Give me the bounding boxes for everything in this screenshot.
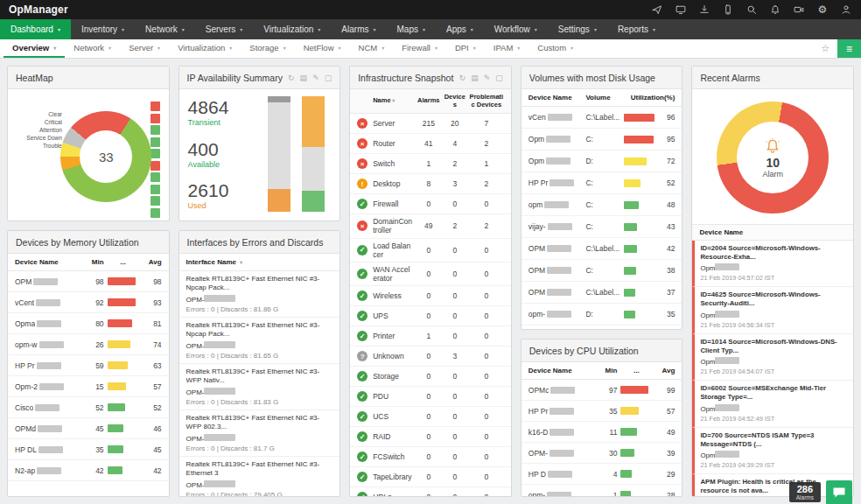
search-icon[interactable] (746, 4, 758, 16)
report-icon[interactable]: ▤ (300, 74, 308, 82)
phone-icon[interactable] (722, 4, 734, 16)
list-item[interactable]: Realtek RTL8139C+ Fast Ethernet NIC #3-W… (179, 410, 340, 457)
heatmap-cell[interactable] (150, 196, 160, 206)
table-row[interactable]: OPMC:38 (522, 260, 682, 282)
download-icon[interactable] (698, 4, 710, 16)
main-nav-tab-network[interactable]: Network▾ (135, 19, 195, 39)
gear-icon[interactable]: ⚙ (816, 4, 829, 16)
table-row[interactable]: opm-w2674 (8, 334, 169, 355)
table-row[interactable]: ✓URLs000 (350, 487, 511, 496)
main-nav-tab-alarms[interactable]: Alarms▾ (331, 19, 386, 39)
table-row[interactable]: vijay-C:43 (522, 216, 682, 238)
column-header[interactable]: Alarms (416, 97, 441, 105)
interfaces-column-header[interactable]: Interface Name ▾ (179, 254, 340, 271)
table-row[interactable]: Opma8081 (8, 313, 169, 334)
column-header[interactable]: Min (87, 258, 104, 266)
table-row[interactable]: HP Pr3557 (522, 401, 682, 422)
edit-icon[interactable]: ✎ (484, 74, 491, 82)
subnav-tab-network[interactable]: Network▾ (65, 39, 120, 58)
table-row[interactable]: ✓RAID000 (350, 427, 511, 447)
column-header[interactable]: Name ▾ (373, 97, 414, 105)
edit-icon[interactable]: ✎ (312, 74, 319, 82)
main-nav-tab-dashboard[interactable]: Dashboard▾ (0, 19, 71, 39)
subnav-tab-virtualization[interactable]: Virtualization▾ (169, 39, 241, 58)
heatmap-cell[interactable] (150, 161, 160, 171)
list-item[interactable]: Realtek RTL8139C+ Fast Ethernet NIC #3-N… (179, 271, 340, 318)
table-row[interactable]: ×Router4142 (350, 134, 511, 154)
table-row[interactable]: OPMd4546 (8, 418, 169, 439)
table-row[interactable]: OPMC:\Label...42 (522, 238, 682, 260)
table-row[interactable]: ✓PDU000 (350, 387, 511, 407)
heatmap-donut-chart[interactable]: 33 (60, 111, 151, 202)
table-row[interactable]: HP PrC:52 (522, 172, 682, 194)
main-nav-tab-virtualization[interactable]: Virtualization▾ (253, 19, 331, 39)
column-header[interactable]: Avg (655, 367, 675, 374)
column-header[interactable]: ... (620, 367, 652, 374)
expand-icon[interactable]: ▢ (325, 74, 332, 82)
table-row[interactable]: N2-ap4242 (8, 460, 169, 481)
main-nav-tab-workflow[interactable]: Workflow▾ (484, 19, 548, 39)
table-row[interactable]: ✓Wireless000 (350, 286, 511, 306)
table-row[interactable]: OPMC:\Label...37 (522, 282, 682, 304)
heatmap-cell[interactable] (150, 102, 160, 111)
main-nav-tab-maps[interactable]: Maps▾ (387, 19, 436, 39)
user-icon[interactable] (840, 4, 852, 16)
table-row[interactable]: k16-D1149 (522, 422, 682, 443)
column-header[interactable]: Min (599, 367, 617, 374)
table-row[interactable]: ✓Printer100 (350, 326, 511, 346)
table-row[interactable]: ✓WAN Accelerator000 (350, 262, 511, 286)
heatmap-cell[interactable] (150, 137, 160, 147)
list-item[interactable]: Realtek RTL8139C+ Fast Ethernet NIC #3-W… (179, 364, 340, 410)
screen-icon[interactable] (675, 4, 687, 16)
recent-alarms-donut-chart[interactable]: 10 Alarm (717, 102, 829, 214)
table-row[interactable]: ✓UCS000 (350, 407, 511, 427)
report-icon[interactable]: ▤ (471, 74, 479, 82)
column-header[interactable]: Problematic Devices (469, 94, 504, 108)
alarms-list-header[interactable]: Device Name (692, 224, 853, 241)
column-header[interactable]: Device Name (528, 367, 597, 374)
widget-menu-button[interactable]: ≡ (837, 39, 861, 58)
table-row[interactable]: opm-D:35 (522, 304, 682, 326)
expand-icon[interactable]: ▢ (495, 74, 503, 82)
subnav-tab-custom[interactable]: Custom▾ (528, 39, 582, 58)
subnav-tab-server[interactable]: Server▾ (120, 39, 169, 58)
refresh-icon[interactable]: ↻ (459, 74, 466, 82)
subnav-tab-netflow[interactable]: NetFlow▾ (295, 39, 350, 58)
heatmap-cell[interactable] (150, 125, 160, 135)
favorite-star-icon[interactable]: ☆ (813, 39, 837, 58)
alarm-list-item[interactable]: ID=1014 Source=Microsoft-Windows-DNS-Cli… (692, 334, 853, 381)
table-row[interactable]: ✓FCSwitch000 (350, 447, 511, 467)
main-nav-tab-settings[interactable]: Settings▾ (548, 19, 607, 39)
column-header[interactable]: Devices (444, 94, 466, 108)
heatmap-cell[interactable] (150, 114, 160, 123)
main-nav-tab-servers[interactable]: Servers▾ (195, 19, 253, 39)
subnav-tab-storage[interactable]: Storage▾ (241, 39, 294, 58)
subnav-tab-dpi[interactable]: DPI▾ (446, 39, 485, 58)
column-header[interactable]: Utilization(%) (624, 94, 675, 102)
table-row[interactable]: opmC:48 (522, 194, 682, 216)
table-row[interactable]: ×Server215207 (350, 114, 511, 134)
table-row[interactable]: opm-128 (522, 485, 682, 496)
table-row[interactable]: OPM9898 (8, 271, 169, 292)
alarm-list-item[interactable]: ID=6002 Source=MSExchange Mid-Tier Stora… (692, 381, 853, 427)
table-row[interactable]: ✓Firewall000 (350, 194, 511, 214)
table-row[interactable]: Cisco5252 (8, 397, 169, 418)
table-row[interactable]: ×Switch121 (350, 154, 511, 174)
send-icon[interactable] (651, 4, 663, 16)
main-nav-tab-reports[interactable]: Reports▾ (607, 19, 666, 39)
alarm-list-item[interactable]: ID=2004 Source=Microsoft-Windows-Resourc… (692, 241, 853, 287)
heatmap-cell[interactable] (150, 149, 160, 158)
subnav-tab-ncm[interactable]: NCM▾ (350, 39, 394, 58)
table-row[interactable]: vCenC:\Label...96 (522, 107, 682, 129)
alarm-list-item[interactable]: ID=4625 Source=Microsoft-Windows-Securit… (692, 287, 853, 333)
column-header[interactable]: Device Name (528, 94, 583, 102)
alarm-list-item[interactable]: ID=700 Source=NTDS ISAM Type=3 Message=N… (692, 428, 853, 474)
table-row[interactable]: HP D429 (522, 464, 682, 485)
refresh-icon[interactable]: ↻ (288, 74, 295, 82)
column-header[interactable]: ... (108, 258, 139, 266)
chat-button[interactable] (826, 480, 852, 504)
table-row[interactable]: HP DL3545 (8, 439, 169, 460)
video-icon[interactable] (793, 4, 805, 16)
table-row[interactable]: OpmC:95 (522, 129, 682, 150)
main-nav-tab-apps[interactable]: Apps▾ (436, 19, 484, 39)
